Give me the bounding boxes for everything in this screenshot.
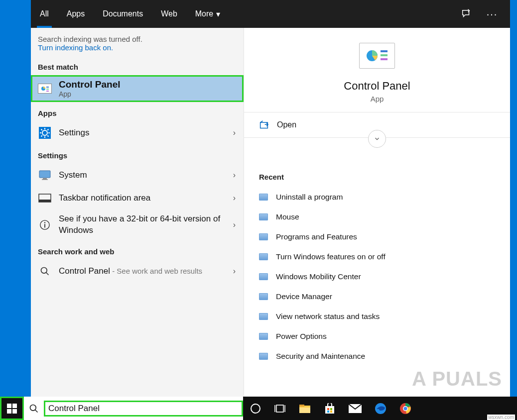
result-title: Taskbar notification area (59, 193, 226, 203)
open-icon (259, 120, 269, 129)
tab-apps[interactable]: Apps (58, 0, 94, 28)
search-input[interactable] (44, 401, 243, 417)
result-bit-version[interactable]: See if you have a 32-bit or 64-bit versi… (31, 210, 244, 240)
preview-subtitle: App (256, 95, 498, 103)
search-icon (24, 404, 44, 414)
search-content: Search indexing was turned off. Turn ind… (31, 28, 510, 397)
turn-indexing-on-link[interactable]: Turn indexing back on. (38, 43, 113, 52)
cortana-icon[interactable] (250, 397, 261, 420)
svg-rect-41 (327, 411, 329, 413)
result-control-panel[interactable]: Control Panel App (31, 75, 244, 102)
panel-icon (259, 273, 268, 280)
result-taskbar-notification[interactable]: Taskbar notification area › (31, 187, 244, 210)
result-system[interactable]: System › (31, 164, 244, 187)
svg-rect-40 (330, 408, 332, 410)
panel-icon (259, 333, 268, 340)
windows-logo-icon (7, 404, 17, 414)
panel-icon (259, 194, 268, 201)
notice-text: Search indexing was turned off. (38, 35, 237, 43)
chevron-right-icon: › (233, 267, 237, 276)
recent-section: Recent Uninstall a program Mouse Program… (244, 163, 510, 376)
edge-icon[interactable] (375, 397, 387, 420)
recent-item[interactable]: Programs and Features (259, 227, 495, 247)
result-title: Settings (59, 128, 226, 138)
task-view-icon[interactable] (274, 397, 286, 420)
taskbar-search (24, 397, 243, 420)
svg-rect-2 (46, 89, 49, 90)
result-settings[interactable]: Settings › (31, 121, 244, 144)
file-explorer-icon[interactable] (299, 397, 311, 420)
result-title: Control Panel (59, 79, 121, 90)
chevron-right-icon: › (233, 128, 237, 137)
panel-icon (259, 253, 268, 260)
tab-documents[interactable]: Documents (94, 0, 152, 28)
chevron-right-icon: › (233, 171, 237, 180)
preview-title: Control Panel (256, 80, 498, 93)
indexing-notice: Search indexing was turned off. Turn ind… (31, 28, 244, 56)
section-search-web: Search work and web (31, 240, 244, 260)
panel-icon (259, 233, 268, 240)
info-icon (38, 218, 52, 232)
svg-rect-39 (327, 408, 329, 410)
svg-point-22 (41, 267, 47, 273)
svg-rect-25 (381, 50, 388, 52)
svg-point-47 (404, 407, 407, 410)
recent-item[interactable]: View network status and tasks (259, 307, 495, 326)
recent-item[interactable]: Windows Mobility Center (259, 267, 495, 287)
svg-point-29 (30, 405, 36, 411)
result-web-search[interactable]: Control Panel - See work and web results… (31, 260, 244, 283)
svg-point-31 (251, 404, 260, 413)
settings-icon (38, 126, 52, 140)
svg-point-20 (44, 222, 45, 223)
panel-icon (259, 293, 268, 300)
control-panel-icon (38, 82, 52, 96)
recent-item[interactable]: Turn Windows features on or off (259, 247, 495, 267)
svg-rect-3 (46, 91, 49, 92)
chevron-right-icon: › (233, 220, 237, 229)
panel-icon (259, 353, 268, 360)
chevron-right-icon: › (233, 194, 237, 203)
svg-rect-1 (46, 87, 49, 88)
svg-line-23 (46, 272, 49, 275)
tab-more[interactable]: More▾ (186, 0, 229, 28)
open-label: Open (277, 120, 296, 129)
svg-rect-14 (39, 171, 50, 178)
feedback-icon[interactable] (455, 3, 477, 25)
section-settings: Settings (31, 144, 244, 164)
expand-button[interactable] (368, 130, 386, 148)
search-results-column: Search indexing was turned off. Turn ind… (31, 28, 244, 397)
result-title: System (59, 170, 226, 180)
svg-rect-27 (381, 58, 388, 60)
recent-item[interactable]: Uninstall a program (259, 187, 495, 207)
svg-rect-38 (325, 406, 334, 414)
recent-item[interactable]: Mouse (259, 207, 495, 227)
svg-rect-32 (276, 405, 283, 412)
taskbar-pinned-apps (243, 397, 411, 420)
recent-header: Recent (259, 168, 495, 187)
start-button[interactable] (0, 397, 24, 420)
recent-item[interactable]: Security and Maintenance (259, 346, 495, 366)
chrome-icon[interactable] (399, 397, 411, 420)
tab-web[interactable]: Web (152, 0, 186, 28)
svg-rect-18 (39, 200, 51, 202)
windows-search-panel: All Apps Documents Web More▾ ··· Search … (31, 0, 510, 397)
web-query: Control Panel (59, 266, 110, 276)
more-options-icon[interactable]: ··· (481, 3, 503, 25)
mail-icon[interactable] (349, 397, 362, 420)
svg-rect-42 (330, 411, 332, 413)
section-best-match: Best match (31, 56, 244, 75)
svg-rect-37 (299, 408, 310, 413)
microsoft-store-icon[interactable] (324, 397, 336, 420)
svg-line-30 (35, 410, 38, 412)
control-panel-large-icon (359, 43, 395, 69)
recent-item[interactable]: Device Manager (259, 287, 495, 307)
recent-item[interactable]: Power Options (259, 326, 495, 346)
svg-rect-21 (44, 224, 45, 227)
web-suffix: - See work and web results (110, 267, 202, 275)
svg-rect-36 (299, 405, 304, 407)
svg-rect-26 (381, 54, 388, 56)
search-tabs-bar: All Apps Documents Web More▾ ··· (31, 0, 510, 28)
tab-all[interactable]: All (31, 0, 58, 28)
panel-icon (259, 313, 268, 320)
panel-icon (259, 213, 268, 220)
